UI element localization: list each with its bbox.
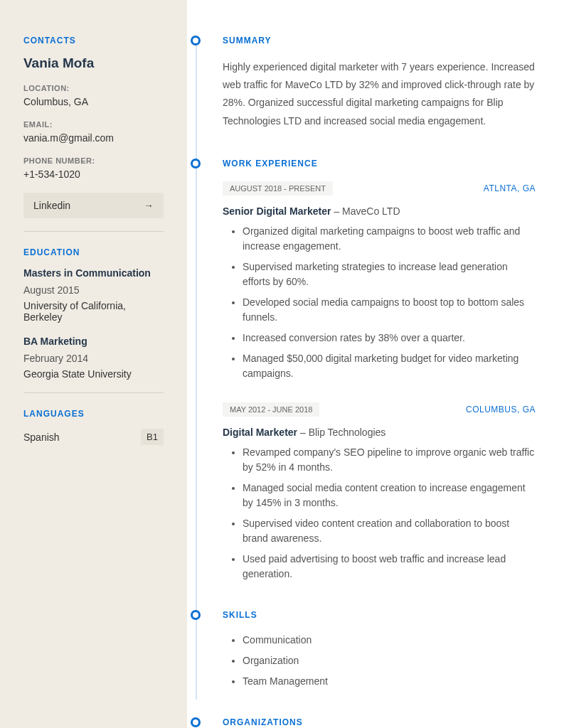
section-marker-icon xyxy=(191,717,201,727)
job-bullet: Developed social media campaigns to boos… xyxy=(243,295,536,325)
education-school: Georgia State University xyxy=(23,368,164,380)
job-sep: – xyxy=(297,427,309,438)
job-bullet: Managed $50,000 digital marketing budget… xyxy=(243,351,536,381)
job-bullet: Increased conversion rates by 38% over a… xyxy=(243,331,536,346)
job-location: COLUMBUS, GA xyxy=(466,405,536,414)
job-dates: AUGUST 2018 - PRESENT xyxy=(223,181,333,196)
person-name: Vania Mofa xyxy=(23,55,164,71)
job-company: MaveCo LTD xyxy=(342,205,400,217)
phone-label: PHONE NUMBER: xyxy=(23,156,164,165)
job-bullet: Supervised marketing strategies to incre… xyxy=(243,259,536,289)
skills-heading: SKILLS xyxy=(223,610,536,620)
email-label: EMAIL: xyxy=(23,120,164,129)
job-title-row: Senior Digital Marketer – MaveCo LTD xyxy=(223,205,536,217)
job-title-row: Digital Marketer – Blip Technologies xyxy=(223,427,536,438)
timeline-line xyxy=(196,36,197,700)
language-level-badge: B1 xyxy=(141,429,164,445)
job-dates: MAY 2012 - JUNE 2018 xyxy=(223,402,319,417)
summary-section: SUMMARY Highly experienced digital marke… xyxy=(223,36,536,130)
job-title: Senior Digital Marketer xyxy=(223,205,334,217)
location-value: Columbus, GA xyxy=(23,96,164,107)
education-heading: EDUCATION xyxy=(23,247,164,257)
job-bullet: Organized digital marketing campaigns to… xyxy=(243,224,536,254)
divider xyxy=(23,231,164,232)
skill-item: Team Management xyxy=(243,674,536,689)
job-meta: MAY 2012 - JUNE 2018 COLUMBUS, GA xyxy=(223,402,536,417)
job-item: MAY 2012 - JUNE 2018 COLUMBUS, GA Digita… xyxy=(223,402,536,582)
skill-item: Organization xyxy=(243,653,536,668)
education-school: University of California, Berkeley xyxy=(23,300,164,323)
section-marker-icon xyxy=(191,610,201,620)
location-label: LOCATION: xyxy=(23,84,164,92)
language-row: Spanish B1 xyxy=(23,429,164,445)
contacts-heading: CONTACTS xyxy=(23,36,164,46)
work-experience-section: WORK EXPERIENCE AUGUST 2018 - PRESENT AT… xyxy=(223,159,536,582)
education-title: BA Marketing xyxy=(23,336,164,347)
education-item: Masters in Communication August 2015 Uni… xyxy=(23,267,164,323)
job-item: AUGUST 2018 - PRESENT ATLNTA, GA Senior … xyxy=(223,181,536,381)
divider xyxy=(23,392,164,393)
education-date: August 2015 xyxy=(23,284,164,296)
arrow-right-icon: → xyxy=(144,200,154,211)
job-bullet: Supervised video content creation and co… xyxy=(243,516,536,546)
skill-item: Communication xyxy=(243,633,536,648)
languages-heading: LANGUAGES xyxy=(23,409,164,419)
job-company: Blip Technologies xyxy=(309,427,386,438)
summary-heading: SUMMARY xyxy=(223,36,536,46)
linkedin-button[interactable]: Linkedin → xyxy=(23,193,164,218)
education-item: BA Marketing February 2014 Georgia State… xyxy=(23,336,164,380)
job-title: Digital Marketer xyxy=(223,427,297,438)
sidebar: CONTACTS Vania Mofa LOCATION: Columbus, … xyxy=(0,0,187,728)
skills-list: Communication Organization Team Manageme… xyxy=(223,633,536,689)
job-bullets: Organized digital marketing campaigns to… xyxy=(223,224,536,381)
education-title: Masters in Communication xyxy=(23,267,164,279)
organizations-section: ORGANIZATIONS American Marketing Associa… xyxy=(223,717,536,728)
section-marker-icon xyxy=(191,159,201,168)
job-meta: AUGUST 2018 - PRESENT ATLNTA, GA xyxy=(223,181,536,196)
job-bullet: Revamped company's SEO pipeline to impro… xyxy=(243,445,536,475)
job-bullet: Used paid advertising to boost web traff… xyxy=(243,552,536,582)
job-bullet: Managed social media content creation to… xyxy=(243,481,536,510)
organizations-heading: ORGANIZATIONS xyxy=(223,717,536,727)
email-value: vania.m@gmail.com xyxy=(23,132,164,144)
job-location: ATLNTA, GA xyxy=(484,183,536,193)
skills-section: SKILLS Communication Organization Team M… xyxy=(223,610,536,689)
language-name: Spanish xyxy=(23,432,60,443)
section-marker-icon xyxy=(191,36,201,46)
job-bullets: Revamped company's SEO pipeline to impro… xyxy=(223,445,536,582)
linkedin-label: Linkedin xyxy=(33,200,70,211)
phone-value: +1-534-1020 xyxy=(23,168,164,180)
main-content: SUMMARY Highly experienced digital marke… xyxy=(187,0,564,728)
education-date: February 2014 xyxy=(23,353,164,364)
summary-text: Highly experienced digital marketer with… xyxy=(223,58,536,130)
work-heading: WORK EXPERIENCE xyxy=(223,159,536,168)
job-sep: – xyxy=(334,205,342,217)
